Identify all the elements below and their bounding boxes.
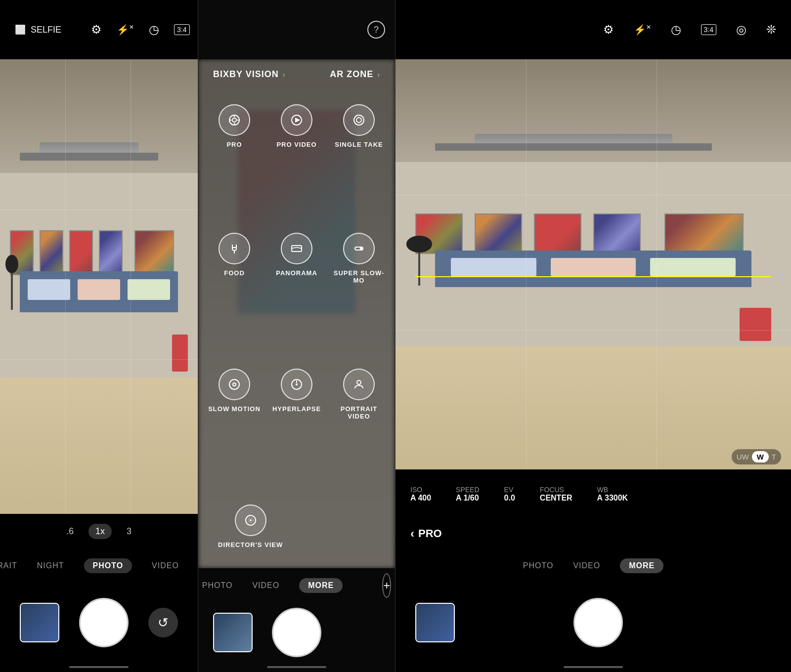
ratio-icon[interactable]: 3:4 [174,24,189,35]
left-toolbar-icons: ⚙ ⚡✕ ◷ 3:4 ▢ ✳ [91,23,198,37]
mode-item-super-slow-mo[interactable]: SUPER SLOW-MO [328,223,390,359]
svg-point-14 [360,247,363,250]
focus-value: CENTER [540,494,572,503]
right-tab-video[interactable]: VIDEO [573,561,600,570]
left-shutter-row: ↺ [0,583,198,662]
center-shutter-btn[interactable] [272,608,321,657]
right-lamp [403,236,435,291]
left-bottom-controls: .6 1x 3 PORTRAIT NIGHT PHOTO VIDEO MORE … [0,514,198,672]
mode-item-single-take[interactable]: SINGLE TAKE [328,94,390,223]
svg-point-18 [296,383,298,385]
left-tab-portrait[interactable]: PORTRAIT [0,561,17,570]
portrait-video-label: PORTRAIT VIDEO [333,405,385,420]
pro-info-iso: ISO A 400 [410,486,431,503]
right-focus-icon[interactable]: ◎ [736,23,747,37]
bixby-vision-link[interactable]: BIXBY VISION › [213,69,285,80]
hyperlapse-label: HYPERLAPSE [272,405,321,413]
flash-icon[interactable]: ⚡✕ [117,24,134,36]
zoom-1x-btn[interactable]: 1x [88,524,112,539]
right-ratio-icon[interactable]: 3:4 [701,24,716,35]
mode-item-panorama[interactable]: PANORAMA [265,223,328,359]
svg-point-20 [357,380,361,384]
right-shutter-row [396,583,791,662]
right-room-scene: UW W T [396,59,791,469]
pro-back-button[interactable]: ‹ PRO [410,527,442,541]
mode-item-portrait-video[interactable]: PORTRAIT VIDEO [328,359,390,495]
mode-item-pro-video[interactable]: PRO VIDEO [265,94,328,223]
left-tab-night[interactable]: NIGHT [37,561,64,570]
left-nav-bar [69,666,129,668]
pro-video-icon-circle [281,104,312,136]
bixby-vision-label: BIXBY VISION [213,69,279,80]
mode-item-pro[interactable]: PRO [203,94,265,223]
left-shutter-btn[interactable] [79,598,129,647]
right-thumbnail[interactable] [415,603,455,642]
right-sparkle2-icon[interactable]: ❊ [766,23,776,37]
zoom-06-btn[interactable]: .6 [61,524,79,539]
right-cushion-3 [650,258,736,276]
center-tab-video[interactable]: VIDEO [252,581,279,590]
center-shutter-row [198,603,395,662]
right-timer-icon[interactable]: ◷ [671,23,681,37]
directors-view-label: DIRECTOR'S VIEW [218,541,283,548]
svg-point-16 [233,383,236,386]
timer-icon[interactable]: ◷ [149,23,159,37]
lens-uw-btn[interactable]: UW [737,453,749,461]
pro-info-ev: EV 0.0 [504,486,515,503]
poster-2 [40,230,63,275]
help-button[interactable]: ? [367,21,385,39]
pro-icon-circle [219,104,250,136]
right-shutter-btn[interactable] [573,598,623,647]
left-thumbnail[interactable] [20,603,59,642]
left-room-scene [0,59,198,514]
left-rotate-btn[interactable]: ↺ [148,608,178,637]
right-sofa [435,251,751,288]
right-nav-bar [564,666,623,668]
zoom-3x-btn[interactable]: 3 [122,524,136,539]
left-tab-video[interactable]: VIDEO [152,561,179,570]
pro-info-focus: FOCUS CENTER [540,486,572,503]
ar-zone-link[interactable]: AR ZONE › [330,69,380,80]
left-viewfinder [0,59,198,514]
wb-value: A 3300K [597,494,628,503]
left-nav-indicator [0,662,198,672]
left-zoom-bar: .6 1x 3 [0,514,198,548]
center-bottom: PHOTO VIDEO MORE + [198,568,395,672]
pro-video-label: PRO VIDEO [276,141,316,148]
center-thumbnail[interactable] [213,613,253,652]
right-poster-5 [664,213,744,254]
left-top-bar: ⬜ SELFIE ⚙ ⚡✕ ◷ 3:4 ▢ ✳ [0,0,198,59]
right-tab-more[interactable]: MORE [620,558,663,573]
center-add-btn[interactable]: + [382,573,391,598]
mode-item-hyperlapse[interactable]: HYPERLAPSE [265,359,328,495]
right-lamp-head [406,236,432,252]
left-tab-photo[interactable]: PHOTO [84,558,132,573]
super-slow-mo-icon-circle [343,233,375,264]
lens-w-btn[interactable]: W [752,451,769,462]
center-tab-more[interactable]: MORE [299,578,343,593]
ev-label: EV [504,486,514,494]
right-tab-photo[interactable]: PHOTO [523,561,554,570]
slow-motion-label: SLOW MOTION [208,405,261,413]
svg-point-15 [229,379,239,389]
right-settings-icon[interactable]: ⚙ [603,23,614,37]
wb-label: WB [597,486,609,494]
right-cushion-1 [451,258,536,276]
mode-item-slow-motion[interactable]: SLOW MOTION [203,359,265,495]
cushion-1 [28,279,70,299]
mode-item-directors-view[interactable]: DIRECTOR'S VIEW [213,495,288,558]
center-tab-photo[interactable]: PHOTO [202,581,233,590]
mode-item-food[interactable]: FOOD [203,223,265,359]
iso-label: ISO [410,486,422,494]
sofa-cushions [28,279,170,299]
directors-view-icon-circle [235,504,266,536]
svg-point-22 [250,519,252,521]
right-viewfinder: UW W T [396,59,791,469]
right-flash-icon[interactable]: ⚡✕ [634,24,651,36]
right-poster-4 [593,213,641,254]
settings-icon[interactable]: ⚙ [91,23,102,37]
lens-t-btn[interactable]: T [772,453,776,461]
left-panel: ⬜ SELFIE ⚙ ⚡✕ ◷ 3:4 ▢ ✳ [0,0,198,672]
poster-5 [134,230,174,275]
svg-point-9 [356,118,361,123]
